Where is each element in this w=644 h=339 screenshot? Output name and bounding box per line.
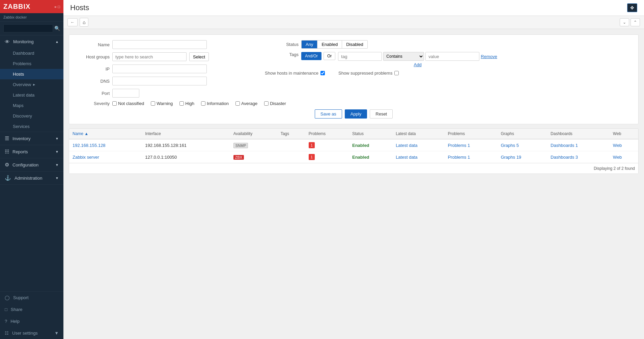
- severity-checkbox-group: Not classified Warning High Information: [112, 101, 286, 106]
- filter-right-col: Status Any Enabled Disabled Tags And/Or …: [265, 40, 632, 101]
- col-status: Status: [349, 129, 392, 139]
- status-any-button[interactable]: Any: [302, 41, 317, 48]
- fullscreen-button[interactable]: ✥: [627, 3, 637, 12]
- tag-remove-button[interactable]: Remove: [481, 54, 497, 59]
- home-button[interactable]: ⌂: [80, 18, 88, 27]
- row2-dashboards-link[interactable]: Dashboards 3: [551, 155, 578, 160]
- row2-name-link[interactable]: Zabbix server: [73, 155, 99, 160]
- tag-operator-select[interactable]: Contains Equals Does not contain Does no…: [383, 52, 424, 61]
- table-header-row: Name ▲ Interface Availability Tags Probl…: [69, 129, 638, 139]
- row2-web-link[interactable]: Web: [613, 155, 622, 160]
- sidebar-item-share[interactable]: □ Share: [0, 304, 63, 315]
- sidebar-item-overview[interactable]: Overview ►: [0, 79, 63, 90]
- discovery-label: Discovery: [13, 113, 32, 119]
- tags-label: Tags: [265, 52, 299, 57]
- filter-ip-row: IP: [76, 64, 245, 73]
- sidebar-item-problems[interactable]: Problems: [0, 58, 63, 69]
- maintenance-checkbox[interactable]: [320, 71, 325, 75]
- severity-information-checkbox[interactable]: [201, 101, 205, 106]
- tag-input-row: Contains Equals Does not contain Does no…: [338, 52, 497, 61]
- table-body: 192.168.155.128 192.168.155.128:161 SNMP…: [69, 139, 638, 163]
- row2-problem-badge[interactable]: 1: [309, 154, 315, 160]
- select-button[interactable]: Select: [189, 52, 209, 61]
- name-input[interactable]: [112, 40, 207, 49]
- sidebar-item-latest-data[interactable]: Latest data: [0, 90, 63, 100]
- row2-availability: ZBX: [230, 151, 277, 163]
- severity-information-label: Information: [207, 101, 229, 106]
- host-groups-input[interactable]: [112, 52, 187, 61]
- row1-dashboards: Dashboards 1: [547, 139, 610, 151]
- severity-disaster[interactable]: Disaster: [264, 101, 286, 106]
- severity-information[interactable]: Information: [201, 101, 229, 106]
- sidebar-item-discovery[interactable]: Discovery: [0, 111, 63, 121]
- severity-warning[interactable]: Warning: [151, 101, 173, 106]
- tag-name-input[interactable]: [338, 52, 382, 61]
- tag-andor-button[interactable]: And/Or: [301, 52, 321, 60]
- row2-problems-link[interactable]: Problems 1: [448, 155, 470, 160]
- row1-dashboards-link[interactable]: Dashboards 1: [551, 143, 578, 148]
- collapse-icon[interactable]: «: [54, 5, 56, 9]
- reset-button[interactable]: Reset: [370, 109, 393, 119]
- port-input[interactable]: [112, 89, 139, 98]
- row2-web: Web: [610, 151, 638, 163]
- status-enabled-button[interactable]: Enabled: [317, 41, 342, 48]
- sidebar-item-dashboard[interactable]: Dashboard: [0, 48, 63, 58]
- nav-up-button[interactable]: ⌃: [631, 18, 640, 26]
- severity-high[interactable]: High: [179, 101, 194, 106]
- sidebar-item-monitoring[interactable]: 👁 Monitoring ▲: [0, 35, 63, 48]
- severity-not-classified-checkbox[interactable]: [112, 101, 117, 106]
- col-name[interactable]: Name ▲: [69, 129, 142, 139]
- dns-input[interactable]: [112, 77, 207, 85]
- dns-label: DNS: [76, 79, 110, 84]
- sidebar-item-user-settings[interactable]: ☷ User settings ▼: [0, 327, 63, 339]
- row2-latest-data-link[interactable]: Latest data: [396, 155, 417, 160]
- sidebar-item-configuration[interactable]: ⚙ Configuration ▼: [0, 158, 63, 171]
- sidebar-item-maps[interactable]: Maps: [0, 100, 63, 111]
- sidebar-item-reports[interactable]: ☷ Reports ▼: [0, 145, 63, 158]
- sidebar-search-button[interactable]: 🔍: [54, 26, 60, 31]
- sidebar-item-administration[interactable]: ⚓ Administration ▼: [0, 172, 63, 184]
- maps-label: Maps: [13, 103, 24, 108]
- sidebar-search-input[interactable]: [3, 24, 53, 32]
- page-header: Hosts ✥: [63, 0, 644, 16]
- tag-add-button[interactable]: Add: [338, 62, 497, 67]
- row1-name-link[interactable]: 192.168.155.128: [73, 143, 106, 148]
- severity-high-checkbox[interactable]: [179, 101, 184, 106]
- filter-panel: Name Host groups Select IP: [69, 34, 639, 124]
- user-icon: ☷: [5, 331, 9, 336]
- monitoring-arrow: ▲: [55, 40, 59, 44]
- status-disabled-button[interactable]: Disabled: [342, 41, 367, 48]
- hosts-table: Name ▲ Interface Availability Tags Probl…: [69, 128, 639, 174]
- severity-average-checkbox[interactable]: [235, 101, 240, 106]
- severity-average[interactable]: Average: [235, 101, 257, 106]
- row2-interface: 127.0.0.1:10050: [142, 151, 230, 163]
- sidebar-item-services[interactable]: Services: [0, 121, 63, 132]
- sidebar-item-inventory[interactable]: ☰ Inventory ▼: [0, 132, 63, 145]
- ip-input[interactable]: [112, 64, 207, 73]
- save-as-button[interactable]: Save as: [315, 109, 342, 119]
- apply-button[interactable]: Apply: [345, 109, 367, 119]
- back-button[interactable]: ←: [67, 18, 78, 26]
- row2-graphs-link[interactable]: Graphs 19: [501, 155, 521, 160]
- suppressed-checkbox[interactable]: [394, 71, 399, 75]
- row1-web-link[interactable]: Web: [613, 143, 622, 148]
- sidebar-item-support[interactable]: ◯ Support: [0, 292, 63, 304]
- severity-disaster-checkbox[interactable]: [264, 101, 269, 106]
- row1-status: Enabled: [349, 139, 392, 151]
- severity-warning-checkbox[interactable]: [151, 101, 155, 106]
- maintenance-row: Show hosts in maintenance Show suppresse…: [265, 71, 632, 76]
- nav-down-button[interactable]: ⌄: [620, 18, 629, 26]
- row1-problem-badge[interactable]: 1: [309, 142, 315, 148]
- row1-latest-data-link[interactable]: Latest data: [396, 143, 417, 148]
- severity-not-classified[interactable]: Not classified: [112, 101, 144, 106]
- row1-graphs-link[interactable]: Graphs 5: [501, 143, 519, 148]
- tag-value-input[interactable]: [425, 52, 479, 61]
- hosts-label: Hosts: [13, 72, 24, 77]
- expand-icon[interactable]: □: [58, 5, 60, 9]
- tag-andor-group: And/Or Or: [301, 52, 335, 60]
- sidebar-item-help[interactable]: ? Help: [0, 315, 63, 327]
- tag-or-button[interactable]: Or: [324, 52, 335, 60]
- administration-icon: ⚓: [5, 175, 11, 181]
- sidebar-item-hosts[interactable]: Hosts: [0, 69, 63, 79]
- row1-problems-link[interactable]: Problems 1: [448, 143, 470, 148]
